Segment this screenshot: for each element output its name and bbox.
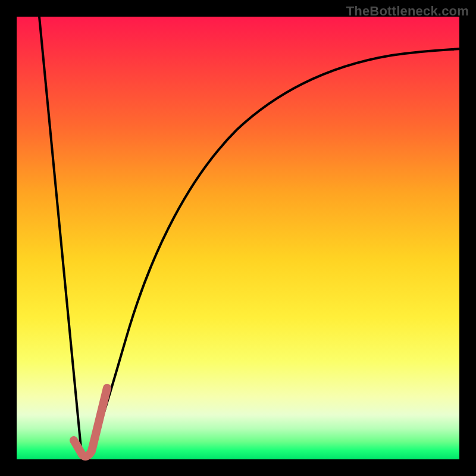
- watermark-text: TheBottleneck.com: [346, 4, 469, 19]
- chart-frame: TheBottleneck.com: [0, 0, 476, 476]
- curve-layer: [17, 17, 459, 459]
- plot-area: [17, 17, 459, 459]
